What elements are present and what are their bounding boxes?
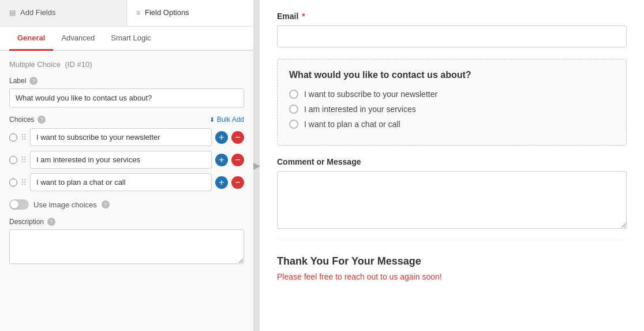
- radio-text-3: I want to plan a chat or call: [304, 120, 400, 129]
- radio-circle-3: [289, 120, 298, 129]
- radio-text-1: I want to subscribe to your newsletter: [304, 90, 437, 99]
- choice-row: + −: [9, 151, 244, 169]
- desc-label: Description ?: [9, 218, 244, 226]
- thank-you-subtitle: Please feel free to reach out to us agai…: [277, 272, 627, 281]
- choice-remove-2[interactable]: −: [231, 154, 244, 166]
- choice-add-2[interactable]: +: [215, 154, 228, 166]
- description-textarea[interactable]: [9, 229, 244, 264]
- label-row: Label ?: [9, 77, 244, 85]
- choice-input-3[interactable]: [30, 173, 212, 191]
- drag-handle-2[interactable]: [21, 155, 27, 165]
- left-panel: ▤ Add Fields ≡ Field Options General Adv…: [0, 0, 254, 331]
- tab-general[interactable]: General: [9, 27, 53, 51]
- drag-handle-1[interactable]: [21, 133, 27, 142]
- add-fields-icon: ▤: [9, 9, 16, 17]
- comment-field-group: Comment or Message: [277, 157, 627, 230]
- divider: [277, 240, 627, 240]
- choice-input-2[interactable]: [30, 151, 212, 169]
- toggle-knob: [10, 200, 18, 209]
- panel-content: Multiple Choice (ID #10) Label ? Choices…: [0, 51, 253, 331]
- tab-add-fields[interactable]: ▤ Add Fields: [0, 0, 127, 26]
- radio-circle-2: [289, 105, 298, 114]
- label-input[interactable]: [9, 88, 244, 107]
- top-tab-bar: ▤ Add Fields ≡ Field Options: [0, 0, 253, 27]
- field-options-icon: ≡: [136, 9, 140, 17]
- choice-row: + −: [9, 173, 244, 191]
- email-field-group: Email *: [277, 12, 627, 59]
- tab-field-options[interactable]: ≡ Field Options: [127, 0, 253, 26]
- toggle-row: Use image choices ?: [9, 199, 244, 210]
- required-star: *: [302, 12, 305, 21]
- description-help-icon[interactable]: ?: [47, 218, 55, 226]
- field-title: Multiple Choice (ID #10): [9, 60, 244, 69]
- thank-you-section: Thank You For Your Message Please feel f…: [277, 250, 627, 287]
- choice-remove-3[interactable]: −: [231, 176, 244, 189]
- choice-radio-2[interactable]: [9, 156, 17, 164]
- choice-remove-1[interactable]: −: [231, 131, 244, 144]
- choice-radio-3[interactable]: [9, 178, 17, 187]
- image-choices-help-icon[interactable]: ?: [102, 200, 110, 209]
- sub-tab-bar: General Advanced Smart Logic: [0, 27, 253, 51]
- email-input[interactable]: [277, 25, 627, 47]
- thank-you-title: Thank You For Your Message: [277, 255, 627, 267]
- download-icon: ⬇: [209, 116, 215, 124]
- label-help-icon[interactable]: ?: [29, 77, 38, 85]
- choice-add-1[interactable]: +: [215, 131, 228, 144]
- tab-advanced[interactable]: Advanced: [53, 27, 103, 51]
- bulk-add-button[interactable]: ⬇ Bulk Add: [209, 116, 244, 124]
- radio-circle-1: [289, 90, 298, 99]
- radio-option-3[interactable]: I want to plan a chat or call: [289, 120, 615, 129]
- email-label: Email *: [277, 12, 627, 21]
- choices-header: Choices ? ⬇ Bulk Add: [9, 116, 244, 124]
- radio-option-1[interactable]: I want to subscribe to your newsletter: [289, 90, 615, 99]
- choice-radio-1[interactable]: [9, 133, 17, 142]
- drag-handle-3[interactable]: [21, 178, 27, 187]
- panel-resizer[interactable]: ▶: [254, 0, 260, 331]
- comment-textarea[interactable]: [277, 171, 627, 229]
- tab-smart-logic[interactable]: Smart Logic: [103, 27, 159, 51]
- comment-label: Comment or Message: [277, 157, 627, 166]
- radio-option-2[interactable]: I am interested in your services: [289, 105, 615, 114]
- radio-text-2: I am interested in your services: [304, 105, 416, 114]
- toggle-label: Use image choices: [33, 200, 97, 209]
- choice-row: + −: [9, 128, 244, 146]
- contact-section-title: What would you like to contact us about?: [289, 70, 615, 80]
- image-choices-toggle[interactable]: [9, 199, 29, 210]
- contact-section: What would you like to contact us about?…: [277, 59, 627, 146]
- right-panel: Email * What would you like to contact u…: [260, 0, 644, 331]
- choice-add-3[interactable]: +: [215, 176, 228, 189]
- choice-input-1[interactable]: [30, 128, 212, 146]
- choices-help-icon[interactable]: ?: [38, 116, 46, 124]
